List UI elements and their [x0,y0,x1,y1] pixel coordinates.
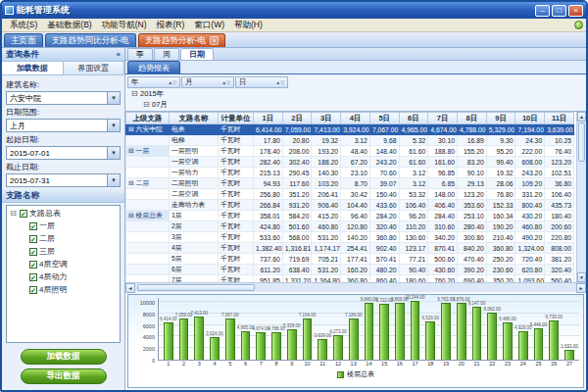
bar[interactable] [225,318,235,360]
bar[interactable] [425,321,435,360]
bar-slot[interactable]: 4,674.00 [253,298,269,360]
bar-slot[interactable]: 6,739.00 [546,298,562,360]
period-tab[interactable]: 日期 [180,48,214,60]
bar-slot[interactable]: 9,840.00 [362,298,377,360]
bar[interactable] [164,322,173,360]
table-row[interactable]: ⊟ 六安中院电表千瓦时6,414.007,059.007,413.003,924… [126,124,574,135]
bar[interactable] [457,303,466,360]
export-data-button[interactable]: 导出数据 [21,368,107,384]
column-header[interactable]: 1日 [254,113,283,124]
column-header[interactable]: 3日 [312,113,341,124]
bar[interactable] [472,307,482,360]
scroll-up-icon[interactable]: ▲ [577,112,586,122]
tree-item[interactable]: ✔4层动力 [7,270,120,283]
bar-slot[interactable]: 4,788.00 [269,298,284,360]
bar[interactable] [395,303,405,360]
bar[interactable] [534,328,544,360]
checkbox-icon[interactable]: ✔ [29,222,37,230]
expand-icon[interactable]: ⊟ [131,89,140,98]
tab-close-icon[interactable]: × [210,36,219,45]
bar[interactable] [318,339,327,360]
table-row[interactable]: 5层千瓦时737.60719.69705.21177.41570.4177.21… [126,254,574,265]
column-header[interactable]: 7日 [428,113,458,124]
column-header[interactable]: 计量单位 [219,113,254,124]
bar[interactable] [441,303,451,360]
table-row[interactable]: 2层千瓦时424.80501.60460.80120.80320.40110.2… [126,221,574,232]
menu-item[interactable]: 功能导航(N) [97,20,152,31]
column-header[interactable]: 11日 [545,113,574,124]
bar-slot[interactable]: 9,876.00 [454,298,469,360]
bar[interactable] [179,318,189,360]
hscroll-thumb[interactable] [137,284,255,291]
horizontal-scrollbar[interactable]: ◄ ► [125,282,586,292]
bar[interactable] [303,318,313,360]
expand-icon[interactable]: ⊟ [143,100,152,109]
chevron-down-icon[interactable]: ▼ [107,120,120,131]
bar-slot[interactable]: 8,062.00 [484,298,500,360]
close-button[interactable]: × [568,5,583,17]
table-row[interactable]: 二层空调千瓦时256.80351.20206.4130.42150.4053.3… [126,189,574,200]
column-header[interactable]: 上级支路 [126,113,170,124]
sidebar-tab[interactable]: 加载数据 [2,62,64,74]
table-row[interactable]: ⊟ 二层二层照明千瓦时94.93117.60103.208.7039.073.1… [126,178,574,189]
tree-item[interactable]: ⊟✔支路总表 [7,207,120,220]
menu-item[interactable]: 窗口(W) [189,20,229,31]
bar[interactable] [210,337,220,360]
scroll-left-icon[interactable]: ◄ [125,283,135,293]
bar[interactable] [487,313,497,360]
bar-slot[interactable]: 3,924.00 [207,298,222,360]
bar-slot[interactable]: 5,329.00 [284,298,300,360]
bar[interactable] [518,331,528,360]
collapse-icon[interactable]: « [117,50,121,59]
bar-slot[interactable]: 7,059.00 [176,298,192,360]
bar[interactable] [194,317,204,360]
table-row[interactable]: 走廊动力表千瓦时266.84931.20906.40104.40433.6010… [126,200,574,211]
chevron-down-icon[interactable]: ▼ [107,174,120,186]
table-row[interactable]: 电梯千瓦时17.8020.8019.323.129.685.3230.1016.… [126,135,574,146]
tree-item[interactable]: ✔一层 [7,220,120,232]
bar[interactable] [271,332,281,360]
table-row[interactable]: 3层千瓦时533.60568.00531.20140.20360.80130.6… [126,232,574,243]
table-row[interactable]: 一层动力千瓦时215.13290.45140.3023.1070.603.129… [126,168,574,178]
checkbox-icon[interactable]: ✔ [29,261,37,269]
bar-slot[interactable]: 3,639.00 [315,298,330,360]
bar-slot[interactable]: 5,446.00 [531,298,547,360]
menu-item[interactable]: 基础数据(B) [42,20,96,31]
bar-slot[interactable]: 6,414.00 [161,298,176,360]
table-row[interactable]: ⊟ 楼层总表1层千瓦时358.01584.20415.2096.40284.20… [126,211,574,221]
checkbox-icon[interactable]: ✔ [29,235,37,243]
bar[interactable] [549,320,559,360]
query-panel-header[interactable]: 查询条件 « [2,48,124,62]
bar-slot[interactable]: 7,184.00 [346,298,362,360]
bar[interactable] [287,329,297,360]
bar[interactable] [256,332,266,360]
checkbox-icon[interactable]: ✔ [29,248,37,256]
chevron-down-icon[interactable]: ▼ [107,92,120,104]
bar-slot[interactable]: 9,763.00 [438,298,454,360]
chevron-down-icon[interactable]: ▼ [107,147,120,159]
doc-tab[interactable]: 支路趋势同比分析-电 [45,33,136,47]
table-row[interactable]: ⊟ 一层一层照明千瓦时178.40208.00193.2048.40148.40… [126,146,574,157]
bar-slot[interactable]: 1,693.00 [562,298,577,360]
bar-slot[interactable]: 9,722.00 [376,298,392,360]
doc-tab[interactable]: 主页面 [4,33,43,47]
vertical-scrollbar[interactable]: ▲ ▼ [576,112,586,282]
menu-item[interactable]: 报表(R) [152,20,190,31]
group-column[interactable]: 日▲▽ [235,76,288,88]
checkbox-icon[interactable]: ✔ [20,210,27,218]
group-column[interactable]: 年▲▽ [127,76,180,88]
bar-slot[interactable]: 4,273.00 [330,298,346,360]
group-row[interactable]: ⊟07月 [127,99,584,110]
load-data-button[interactable]: 加载数据 [21,349,107,365]
bar-slot[interactable]: 7,194.00 [300,298,316,360]
bar-slot[interactable]: 7,413.00 [191,298,207,360]
minimize-button[interactable]: – [535,5,550,17]
table-row[interactable]: 7层千瓦时951.851,331.201,364.80360.80860.401… [126,275,574,283]
table-row[interactable]: 4层千瓦时1,382.401,316.811,174.17254.41902.4… [126,243,574,254]
column-header[interactable]: 6日 [399,113,428,124]
menu-item[interactable]: 系统(S) [5,20,42,31]
bar[interactable] [365,303,374,360]
column-header[interactable]: 2日 [282,113,312,124]
tab-trend-report[interactable]: 趋势报表 [127,61,180,74]
bar[interactable] [411,301,420,360]
